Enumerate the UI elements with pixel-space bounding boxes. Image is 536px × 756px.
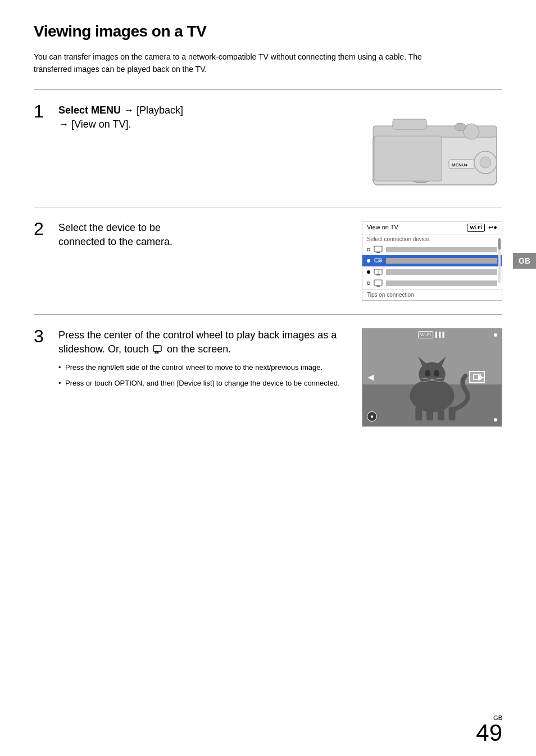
step-1-content: Select MENU → [Playback]→ [View on TV].: [58, 103, 362, 137]
photo-wifi-badge: Wi-Fi: [418, 331, 433, 338]
svg-point-18: [380, 260, 381, 261]
menu-dot-3: [367, 270, 370, 274]
photo-wifi-overlay: Wi-Fi ▌▌▌: [418, 331, 446, 338]
menu-sub-label: Select connection device.: [362, 234, 502, 244]
menu-item-1: [362, 244, 502, 255]
step-3-content: Press the center of the control wheel to…: [58, 328, 362, 394]
step-3-title: Press the center of the control wheel to…: [58, 328, 353, 356]
step-3-row: 3 Press the center of the control wheel …: [34, 314, 502, 440]
step-2-image: View on TV Wi-Fi ↩● Select connection de…: [362, 221, 502, 301]
screen-icon: [153, 345, 163, 354]
menu-scrollbar-thumb: [498, 238, 501, 250]
step-1-number: 1: [34, 101, 58, 122]
svg-rect-23: [376, 286, 380, 287]
svg-point-35: [434, 370, 439, 377]
device-icon-1: [374, 246, 383, 253]
device-icon-4: [374, 279, 383, 287]
bullet-1: Press the right/left side of the control…: [58, 362, 353, 373]
menu-bar-1: [386, 247, 497, 252]
step-3-number: 3: [34, 326, 58, 347]
menu-dot-2: [367, 259, 370, 262]
photo-screen: Wi-Fi ▌▌▌ ◄ ► ●: [362, 328, 502, 427]
gb-sidebar-label: GB: [513, 253, 536, 269]
device-icon-3: [374, 268, 383, 276]
page-title: Viewing images on a TV: [34, 22, 502, 40]
menu-footer: Tips on connection: [362, 289, 502, 300]
svg-point-34: [425, 370, 430, 377]
menu-bar-3: [386, 269, 497, 275]
device-icon-2: [374, 257, 383, 265]
menu-title: View on TV: [367, 224, 398, 232]
svg-rect-22: [374, 280, 382, 286]
page-number-area: GB 49: [476, 714, 502, 745]
menu-bar-4: [386, 280, 497, 286]
svg-rect-2: [393, 119, 426, 129]
svg-point-12: [480, 157, 491, 168]
svg-rect-14: [374, 246, 382, 252]
svg-point-8: [455, 123, 466, 131]
intro-text: You can transfer images on the camera to…: [34, 51, 461, 76]
photo-dot-br: [494, 418, 497, 422]
bullet-2: Press or touch OPTION, and then [Device …: [58, 378, 353, 389]
menu-item-2: [362, 255, 502, 266]
step-2-title: Select the device to beconnected to the …: [58, 221, 353, 249]
step-2-row: 2 Select the device to beconnected to th…: [34, 207, 502, 314]
photo-nav-left: ◄: [366, 372, 376, 383]
photo-bars: ▌▌▌: [435, 332, 446, 337]
step-1-image: MENU●: [362, 103, 502, 193]
menu-dot-1: [367, 248, 370, 251]
photo-dot-tr: [494, 333, 497, 337]
step-1-title: Select MENU → [Playback]→ [View on TV].: [58, 103, 353, 132]
step-2-content: Select the device to beconnected to the …: [58, 221, 362, 255]
menu-wifi-badge: Wi-Fi: [467, 224, 485, 232]
svg-rect-15: [376, 252, 380, 253]
menu-back-icon: ↩●: [488, 224, 497, 231]
svg-rect-20: [376, 274, 380, 275]
svg-rect-24: [153, 346, 161, 351]
page-number: 49: [476, 721, 502, 745]
svg-rect-44: [449, 406, 456, 420]
svg-rect-42: [426, 406, 433, 420]
photo-circle-button: ●: [367, 411, 377, 422]
step-1-row: 1 Select MENU → [Playback]→ [View on TV]…: [34, 89, 502, 207]
menu-item-4: [362, 278, 502, 289]
svg-rect-41: [415, 406, 422, 420]
camera-svg: MENU●: [362, 103, 502, 193]
photo-transfer-icon: [469, 371, 485, 383]
menu-item-3: [362, 266, 502, 278]
photo-transfer-inner: [473, 374, 481, 380]
menu-bar-2: [386, 258, 497, 264]
svg-text:MENU●: MENU●: [452, 162, 468, 168]
step-3-image: Wi-Fi ▌▌▌ ◄ ► ●: [362, 328, 502, 427]
menu-dot-4: [367, 282, 370, 285]
svg-rect-43: [438, 406, 444, 420]
menu-scrollbar: [498, 238, 501, 283]
step-3-bullets: Press the right/left side of the control…: [58, 362, 353, 389]
step-2-number: 2: [34, 219, 58, 239]
menu-screen: View on TV Wi-Fi ↩● Select connection de…: [362, 221, 502, 301]
menu-header: View on TV Wi-Fi ↩●: [362, 221, 502, 234]
svg-rect-13: [374, 136, 442, 181]
